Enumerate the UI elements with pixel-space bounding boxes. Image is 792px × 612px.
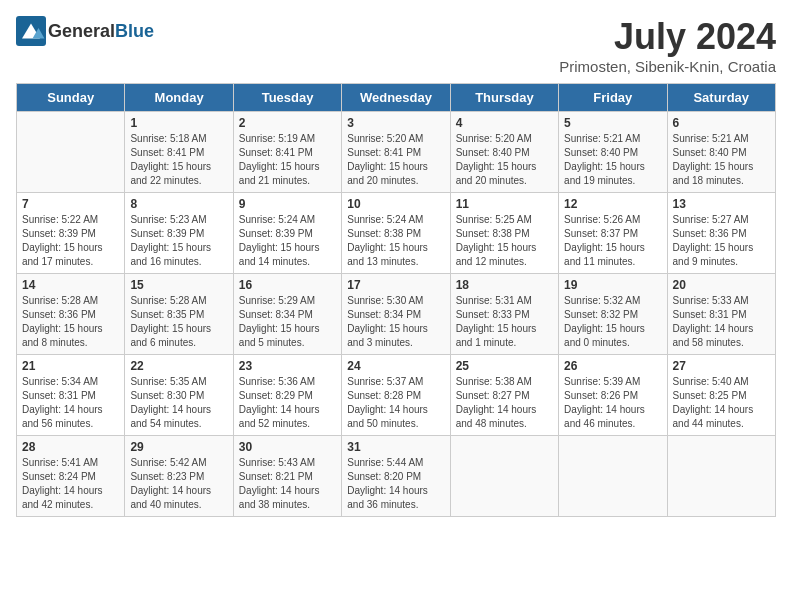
calendar-week-row: 21Sunrise: 5:34 AMSunset: 8:31 PMDayligh… xyxy=(17,355,776,436)
cell-sun-info: Sunrise: 5:32 AMSunset: 8:32 PMDaylight:… xyxy=(564,294,661,350)
day-number: 31 xyxy=(347,440,444,454)
day-number: 10 xyxy=(347,197,444,211)
calendar-week-row: 28Sunrise: 5:41 AMSunset: 8:24 PMDayligh… xyxy=(17,436,776,517)
cell-sun-info: Sunrise: 5:44 AMSunset: 8:20 PMDaylight:… xyxy=(347,456,444,512)
cell-sun-info: Sunrise: 5:37 AMSunset: 8:28 PMDaylight:… xyxy=(347,375,444,431)
day-number: 7 xyxy=(22,197,119,211)
calendar-cell: 15Sunrise: 5:28 AMSunset: 8:35 PMDayligh… xyxy=(125,274,233,355)
calendar-cell: 31Sunrise: 5:44 AMSunset: 8:20 PMDayligh… xyxy=(342,436,450,517)
day-number: 4 xyxy=(456,116,553,130)
month-title: July 2024 xyxy=(559,16,776,58)
calendar-cell: 6Sunrise: 5:21 AMSunset: 8:40 PMDaylight… xyxy=(667,112,775,193)
calendar-cell: 29Sunrise: 5:42 AMSunset: 8:23 PMDayligh… xyxy=(125,436,233,517)
calendar-cell: 19Sunrise: 5:32 AMSunset: 8:32 PMDayligh… xyxy=(559,274,667,355)
calendar-cell: 3Sunrise: 5:20 AMSunset: 8:41 PMDaylight… xyxy=(342,112,450,193)
cell-sun-info: Sunrise: 5:41 AMSunset: 8:24 PMDaylight:… xyxy=(22,456,119,512)
day-number: 5 xyxy=(564,116,661,130)
calendar-cell: 1Sunrise: 5:18 AMSunset: 8:41 PMDaylight… xyxy=(125,112,233,193)
calendar-cell xyxy=(450,436,558,517)
calendar-cell: 28Sunrise: 5:41 AMSunset: 8:24 PMDayligh… xyxy=(17,436,125,517)
cell-sun-info: Sunrise: 5:29 AMSunset: 8:34 PMDaylight:… xyxy=(239,294,336,350)
cell-sun-info: Sunrise: 5:19 AMSunset: 8:41 PMDaylight:… xyxy=(239,132,336,188)
cell-sun-info: Sunrise: 5:21 AMSunset: 8:40 PMDaylight:… xyxy=(673,132,770,188)
calendar-cell: 2Sunrise: 5:19 AMSunset: 8:41 PMDaylight… xyxy=(233,112,341,193)
calendar-header-row: SundayMondayTuesdayWednesdayThursdayFrid… xyxy=(17,84,776,112)
day-header-tuesday: Tuesday xyxy=(233,84,341,112)
cell-sun-info: Sunrise: 5:26 AMSunset: 8:37 PMDaylight:… xyxy=(564,213,661,269)
day-number: 23 xyxy=(239,359,336,373)
day-number: 17 xyxy=(347,278,444,292)
cell-sun-info: Sunrise: 5:39 AMSunset: 8:26 PMDaylight:… xyxy=(564,375,661,431)
calendar-cell: 17Sunrise: 5:30 AMSunset: 8:34 PMDayligh… xyxy=(342,274,450,355)
day-number: 14 xyxy=(22,278,119,292)
cell-sun-info: Sunrise: 5:33 AMSunset: 8:31 PMDaylight:… xyxy=(673,294,770,350)
calendar-cell: 4Sunrise: 5:20 AMSunset: 8:40 PMDaylight… xyxy=(450,112,558,193)
day-header-thursday: Thursday xyxy=(450,84,558,112)
cell-sun-info: Sunrise: 5:21 AMSunset: 8:40 PMDaylight:… xyxy=(564,132,661,188)
cell-sun-info: Sunrise: 5:28 AMSunset: 8:36 PMDaylight:… xyxy=(22,294,119,350)
cell-sun-info: Sunrise: 5:23 AMSunset: 8:39 PMDaylight:… xyxy=(130,213,227,269)
calendar-cell: 25Sunrise: 5:38 AMSunset: 8:27 PMDayligh… xyxy=(450,355,558,436)
page-header: GeneralBlue July 2024 Primosten, Sibenik… xyxy=(16,16,776,75)
calendar-cell: 26Sunrise: 5:39 AMSunset: 8:26 PMDayligh… xyxy=(559,355,667,436)
calendar-cell: 18Sunrise: 5:31 AMSunset: 8:33 PMDayligh… xyxy=(450,274,558,355)
cell-sun-info: Sunrise: 5:40 AMSunset: 8:25 PMDaylight:… xyxy=(673,375,770,431)
day-header-friday: Friday xyxy=(559,84,667,112)
calendar-cell: 10Sunrise: 5:24 AMSunset: 8:38 PMDayligh… xyxy=(342,193,450,274)
cell-sun-info: Sunrise: 5:38 AMSunset: 8:27 PMDaylight:… xyxy=(456,375,553,431)
day-number: 21 xyxy=(22,359,119,373)
day-number: 29 xyxy=(130,440,227,454)
calendar-cell: 12Sunrise: 5:26 AMSunset: 8:37 PMDayligh… xyxy=(559,193,667,274)
cell-sun-info: Sunrise: 5:30 AMSunset: 8:34 PMDaylight:… xyxy=(347,294,444,350)
calendar-cell: 13Sunrise: 5:27 AMSunset: 8:36 PMDayligh… xyxy=(667,193,775,274)
cell-sun-info: Sunrise: 5:20 AMSunset: 8:40 PMDaylight:… xyxy=(456,132,553,188)
day-number: 28 xyxy=(22,440,119,454)
cell-sun-info: Sunrise: 5:31 AMSunset: 8:33 PMDaylight:… xyxy=(456,294,553,350)
calendar-cell: 14Sunrise: 5:28 AMSunset: 8:36 PMDayligh… xyxy=(17,274,125,355)
location-subtitle: Primosten, Sibenik-Knin, Croatia xyxy=(559,58,776,75)
day-number: 30 xyxy=(239,440,336,454)
day-number: 12 xyxy=(564,197,661,211)
cell-sun-info: Sunrise: 5:28 AMSunset: 8:35 PMDaylight:… xyxy=(130,294,227,350)
cell-sun-info: Sunrise: 5:24 AMSunset: 8:39 PMDaylight:… xyxy=(239,213,336,269)
day-number: 27 xyxy=(673,359,770,373)
cell-sun-info: Sunrise: 5:27 AMSunset: 8:36 PMDaylight:… xyxy=(673,213,770,269)
cell-sun-info: Sunrise: 5:20 AMSunset: 8:41 PMDaylight:… xyxy=(347,132,444,188)
calendar-cell: 5Sunrise: 5:21 AMSunset: 8:40 PMDaylight… xyxy=(559,112,667,193)
cell-sun-info: Sunrise: 5:22 AMSunset: 8:39 PMDaylight:… xyxy=(22,213,119,269)
day-number: 16 xyxy=(239,278,336,292)
day-number: 6 xyxy=(673,116,770,130)
logo-blue: Blue xyxy=(115,21,154,41)
cell-sun-info: Sunrise: 5:35 AMSunset: 8:30 PMDaylight:… xyxy=(130,375,227,431)
calendar-cell: 30Sunrise: 5:43 AMSunset: 8:21 PMDayligh… xyxy=(233,436,341,517)
calendar-cell: 7Sunrise: 5:22 AMSunset: 8:39 PMDaylight… xyxy=(17,193,125,274)
day-header-monday: Monday xyxy=(125,84,233,112)
day-number: 11 xyxy=(456,197,553,211)
cell-sun-info: Sunrise: 5:24 AMSunset: 8:38 PMDaylight:… xyxy=(347,213,444,269)
title-block: July 2024 Primosten, Sibenik-Knin, Croat… xyxy=(559,16,776,75)
calendar-cell xyxy=(667,436,775,517)
calendar-cell: 21Sunrise: 5:34 AMSunset: 8:31 PMDayligh… xyxy=(17,355,125,436)
logo: GeneralBlue xyxy=(16,16,154,46)
calendar-cell: 20Sunrise: 5:33 AMSunset: 8:31 PMDayligh… xyxy=(667,274,775,355)
day-number: 13 xyxy=(673,197,770,211)
cell-sun-info: Sunrise: 5:42 AMSunset: 8:23 PMDaylight:… xyxy=(130,456,227,512)
day-number: 20 xyxy=(673,278,770,292)
cell-sun-info: Sunrise: 5:36 AMSunset: 8:29 PMDaylight:… xyxy=(239,375,336,431)
day-number: 3 xyxy=(347,116,444,130)
logo-general: General xyxy=(48,21,115,41)
day-number: 18 xyxy=(456,278,553,292)
day-number: 24 xyxy=(347,359,444,373)
day-number: 19 xyxy=(564,278,661,292)
calendar-cell: 22Sunrise: 5:35 AMSunset: 8:30 PMDayligh… xyxy=(125,355,233,436)
cell-sun-info: Sunrise: 5:18 AMSunset: 8:41 PMDaylight:… xyxy=(130,132,227,188)
day-number: 9 xyxy=(239,197,336,211)
calendar-cell xyxy=(559,436,667,517)
cell-sun-info: Sunrise: 5:43 AMSunset: 8:21 PMDaylight:… xyxy=(239,456,336,512)
cell-sun-info: Sunrise: 5:34 AMSunset: 8:31 PMDaylight:… xyxy=(22,375,119,431)
calendar-cell: 11Sunrise: 5:25 AMSunset: 8:38 PMDayligh… xyxy=(450,193,558,274)
day-number: 1 xyxy=(130,116,227,130)
cell-sun-info: Sunrise: 5:25 AMSunset: 8:38 PMDaylight:… xyxy=(456,213,553,269)
day-number: 2 xyxy=(239,116,336,130)
day-header-wednesday: Wednesday xyxy=(342,84,450,112)
